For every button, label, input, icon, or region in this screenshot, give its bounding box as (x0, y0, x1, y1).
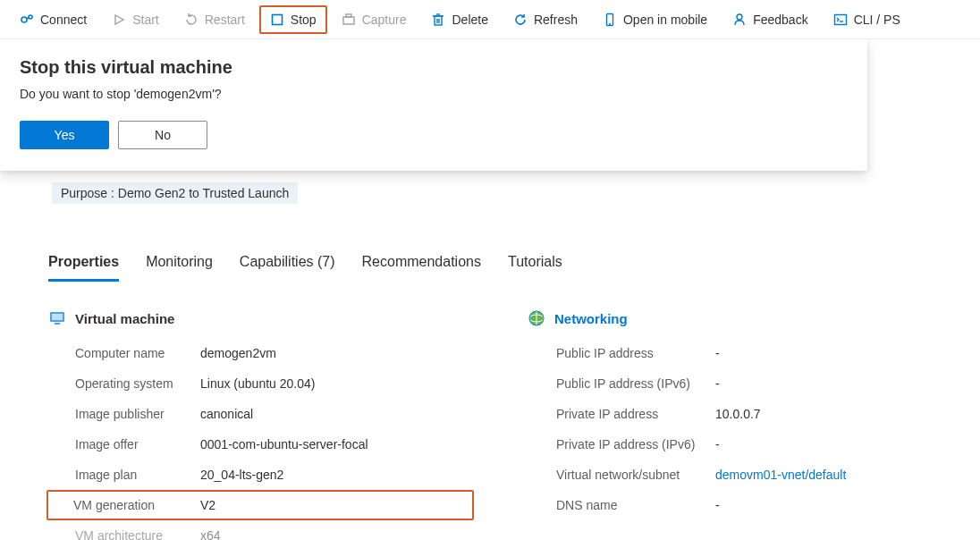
capture-label: Capture (362, 13, 407, 27)
feedback-button[interactable]: Feedback (722, 5, 818, 34)
refresh-icon (513, 13, 528, 27)
label: Public IP address (IPv6) (528, 376, 715, 391)
value: 10.0.0.7 (715, 407, 761, 421)
tab-monitoring[interactable]: Monitoring (146, 249, 213, 282)
value: - (715, 437, 720, 451)
properties-columns: Virtual machine Computer name demogen2vm… (48, 309, 953, 540)
vm-section: Virtual machine Computer name demogen2vm… (48, 309, 474, 540)
label: Image publisher (48, 407, 200, 421)
svg-rect-4 (272, 14, 282, 24)
row-image-offer: Image offer 0001-com-ubuntu-server-focal (48, 429, 474, 460)
connect-label: Connect (40, 13, 87, 27)
networking-heading: Networking (554, 311, 628, 326)
row-image-publisher: Image publisher canonical (48, 399, 474, 429)
value: x64 (200, 528, 221, 540)
feedback-label: Feedback (753, 13, 807, 27)
label: VM generation (48, 498, 200, 512)
open-mobile-button[interactable]: Open in mobile (592, 5, 718, 34)
value: 20_04-lts-gen2 (200, 468, 283, 482)
svg-rect-19 (52, 314, 63, 320)
cli-icon (833, 13, 848, 27)
tab-recommendations[interactable]: Recommendations (362, 249, 481, 282)
label: Image offer (48, 437, 200, 451)
vm-icon (48, 309, 66, 327)
vm-heading: Virtual machine (75, 311, 174, 326)
connect-icon (20, 13, 34, 27)
stop-label: Stop (291, 13, 317, 27)
value: demogen2vm (200, 346, 276, 360)
restart-button: Restart (173, 5, 256, 34)
svg-line-2 (27, 17, 30, 18)
label: DNS name (528, 498, 715, 512)
cli-ps-button[interactable]: CLI / PS (823, 5, 911, 34)
feedback-icon (732, 13, 747, 27)
row-private-ip-v6: Private IP address (IPv6) - (528, 429, 953, 460)
value: Linux (ubuntu 20.04) (200, 376, 315, 391)
svg-rect-15 (834, 14, 846, 24)
cli-ps-label: CLI / PS (854, 13, 900, 27)
tag-row: Purpose : Demo Gen2 to Trusted Launch (52, 182, 953, 204)
stop-icon (270, 13, 284, 27)
play-icon (112, 13, 126, 27)
value: - (715, 376, 720, 391)
globe-icon (528, 309, 545, 327)
refresh-label: Refresh (534, 13, 578, 27)
value: canonical (200, 407, 253, 421)
delete-button[interactable]: Delete (420, 5, 498, 34)
label: Operating system (48, 376, 200, 391)
no-button[interactable]: No (118, 121, 207, 149)
command-bar: Connect Start Restart Stop Capture Delet… (0, 0, 980, 39)
tabs: Properties Monitoring Capabilities (7) R… (48, 249, 953, 283)
delete-label: Delete (452, 13, 487, 27)
row-vm-generation: VM generation V2 (46, 490, 474, 520)
label: Public IP address (528, 346, 715, 360)
svg-marker-3 (115, 15, 123, 24)
row-computer-name: Computer name demogen2vm (48, 338, 474, 368)
value: - (715, 498, 720, 512)
refresh-button[interactable]: Refresh (503, 5, 588, 34)
connect-button[interactable]: Connect (9, 5, 97, 34)
tab-capabilities[interactable]: Capabilities (7) (240, 249, 335, 282)
open-mobile-label: Open in mobile (623, 13, 707, 27)
row-os: Operating system Linux (ubuntu 20.04) (48, 368, 474, 399)
row-private-ip: Private IP address 10.0.0.7 (528, 399, 953, 429)
label: Private IP address (IPv6) (528, 437, 715, 451)
svg-rect-7 (435, 16, 442, 25)
tab-properties[interactable]: Properties (48, 249, 119, 282)
row-public-ip: Public IP address - (528, 338, 953, 368)
stop-vm-dialog: Stop this virtual machine Do you want to… (0, 39, 867, 171)
dialog-body: Do you want to stop 'demogen2vm'? (20, 87, 848, 101)
tab-tutorials[interactable]: Tutorials (508, 249, 562, 282)
value: V2 (200, 498, 215, 512)
value: 0001-com-ubuntu-server-focal (200, 437, 368, 451)
start-label: Start (132, 13, 159, 27)
vnet-link[interactable]: demovm01-vnet/default (715, 468, 846, 482)
row-public-ip-v6: Public IP address (IPv6) - (528, 368, 953, 399)
label: Virtual network/subnet (528, 468, 715, 482)
purpose-tag[interactable]: Purpose : Demo Gen2 to Trusted Launch (52, 182, 298, 204)
trash-icon (431, 13, 445, 27)
svg-point-0 (21, 17, 27, 22)
vm-section-header[interactable]: Virtual machine (48, 309, 474, 327)
row-vm-architecture: VM architecture x64 (48, 520, 474, 540)
restart-label: Restart (205, 13, 245, 27)
start-button: Start (101, 5, 170, 34)
label: Computer name (48, 346, 200, 360)
row-image-plan: Image plan 20_04-lts-gen2 (48, 460, 474, 490)
networking-section-header[interactable]: Networking (528, 309, 953, 327)
dialog-title: Stop this virtual machine (20, 57, 848, 78)
networking-section: Networking Public IP address - Public IP… (528, 309, 953, 540)
stop-button[interactable]: Stop (259, 5, 327, 34)
label: Image plan (48, 468, 200, 482)
svg-rect-5 (343, 17, 354, 24)
svg-rect-6 (346, 14, 351, 17)
row-vnet-subnet: Virtual network/subnet demovm01-vnet/def… (528, 460, 953, 490)
capture-icon (342, 13, 356, 27)
capture-button: Capture (331, 5, 418, 34)
svg-point-14 (737, 14, 742, 20)
label: VM architecture (48, 528, 200, 540)
mobile-icon (603, 13, 617, 27)
label: Private IP address (528, 407, 715, 421)
yes-button[interactable]: Yes (20, 121, 109, 149)
dialog-actions: Yes No (20, 121, 848, 149)
